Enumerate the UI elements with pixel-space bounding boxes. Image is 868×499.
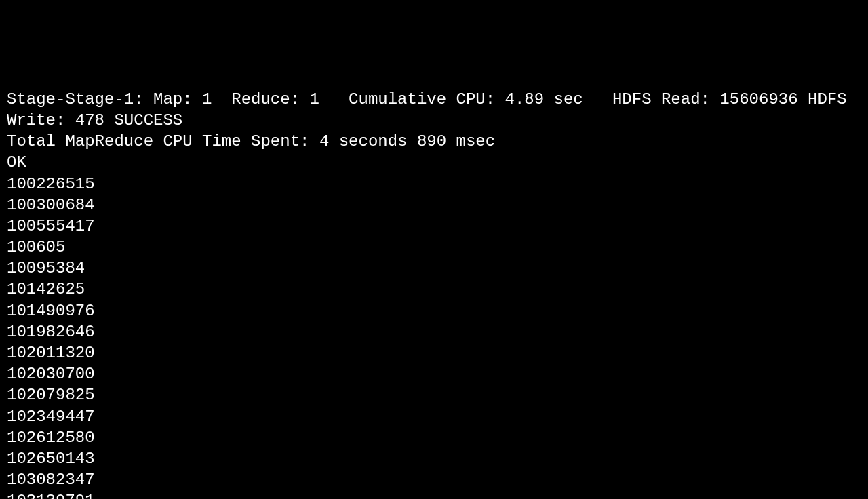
stage-info-line: Stage-Stage-1: Map: 1 Reduce: 1 Cumulati…	[7, 89, 861, 131]
result-row: 103082347	[7, 469, 861, 490]
cpu-time-line: Total MapReduce CPU Time Spent: 4 second…	[7, 131, 861, 152]
result-row: 102612580	[7, 427, 861, 448]
result-row: 102030700	[7, 363, 861, 384]
result-row: 102650143	[7, 448, 861, 469]
result-row: 102011320	[7, 342, 861, 363]
result-row: 101490976	[7, 300, 861, 321]
result-row: 100226515	[7, 174, 861, 195]
result-row: 102349447	[7, 406, 861, 427]
result-row: 100605	[7, 237, 861, 258]
result-row: 101982646	[7, 321, 861, 342]
result-row: 10142625	[7, 279, 861, 300]
result-row: 100555417	[7, 216, 861, 237]
result-row: 103139791	[7, 490, 861, 499]
result-row: 100300684	[7, 195, 861, 216]
result-row: 102079825	[7, 384, 861, 405]
ok-status-line: OK	[7, 152, 861, 173]
result-row: 10095384	[7, 258, 861, 279]
terminal-output[interactable]: Stage-Stage-1: Map: 1 Reduce: 1 Cumulati…	[7, 89, 861, 499]
